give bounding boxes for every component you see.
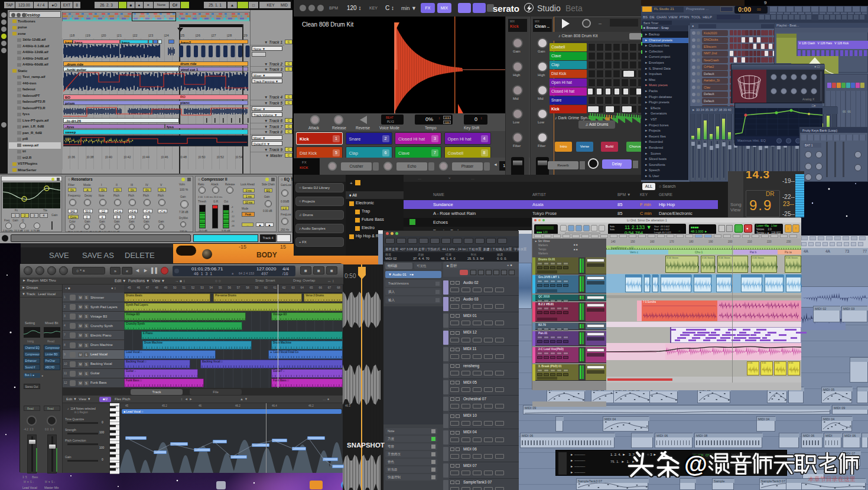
svg-text:AAA: AAA [65,137,71,141]
